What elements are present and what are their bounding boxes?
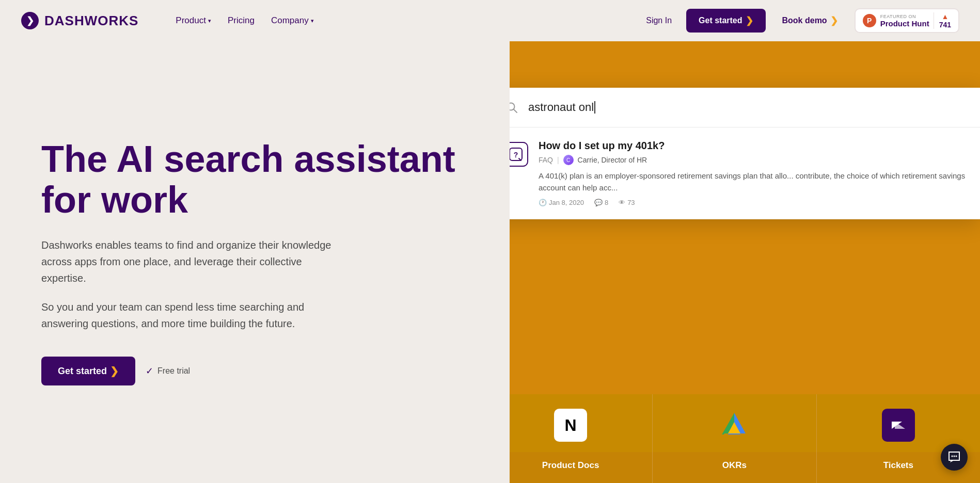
result-type-icon: ? bbox=[510, 142, 528, 167]
hero-subtext-1: Dashworks enables teams to find and orga… bbox=[41, 237, 341, 286]
free-trial-label: ✓ Free trial bbox=[146, 365, 190, 377]
checkmark-icon: ✓ bbox=[146, 365, 153, 377]
app-tile-label-okrs: OKRs bbox=[653, 452, 816, 483]
book-demo-button[interactable]: Book demo ❯ bbox=[772, 9, 848, 33]
chevron-down-icon: ▾ bbox=[311, 18, 314, 24]
hero-get-started-button[interactable]: Get started ❯ bbox=[41, 357, 135, 385]
navigation: ❯ DASHWORKS Product ▾ Pricing Company ▾ … bbox=[0, 0, 980, 41]
result-meta: FAQ | C Carrie, Director of HR bbox=[539, 155, 966, 165]
hero-left: The AI search assistant for work Dashwor… bbox=[0, 41, 510, 483]
nav-pricing[interactable]: Pricing bbox=[222, 11, 261, 30]
cursor bbox=[594, 101, 595, 114]
notion-icon: N bbox=[554, 409, 587, 442]
hero-right: astronaut onl ? How do I set up my 401k?… bbox=[510, 41, 980, 483]
app-tile-label-docs: Product Docs bbox=[510, 452, 652, 483]
hero-headline: The AI search assistant for work bbox=[41, 139, 510, 220]
zendesk-icon bbox=[882, 409, 915, 442]
ph-featured-label: FEATURED ON bbox=[880, 14, 929, 19]
svg-text:?: ? bbox=[514, 151, 518, 159]
result-comments: 💬 8 bbox=[594, 199, 608, 206]
ph-name: Product Hunt bbox=[880, 19, 929, 28]
chat-bubble-button[interactable] bbox=[941, 444, 968, 471]
svg-point-15 bbox=[954, 456, 955, 457]
product-hunt-logo: P bbox=[863, 14, 876, 27]
drive-icon bbox=[718, 409, 751, 442]
result-views: 👁 73 bbox=[619, 199, 635, 206]
comment-icon: 💬 bbox=[594, 199, 603, 206]
hero-section: The AI search assistant for work Dashwor… bbox=[0, 41, 980, 483]
app-tile-okrs[interactable]: OKRs bbox=[653, 394, 816, 483]
svg-line-3 bbox=[514, 109, 517, 112]
arrow-icon: ❯ bbox=[830, 15, 838, 26]
ph-count: 741 bbox=[939, 21, 951, 29]
svg-point-16 bbox=[956, 456, 957, 457]
search-result[interactable]: ? How do I set up my 401k? FAQ | C Carri… bbox=[510, 127, 980, 219]
eye-icon: 👁 bbox=[619, 199, 625, 206]
author-avatar: C bbox=[563, 155, 574, 165]
get-started-button[interactable]: Get started ❯ bbox=[686, 9, 765, 33]
app-tiles: N Product Docs bbox=[510, 394, 980, 483]
hero-subtext-2: So you and your team can spend less time… bbox=[41, 299, 341, 332]
svg-point-14 bbox=[952, 456, 953, 457]
author-name: Carrie, Director of HR bbox=[578, 156, 647, 164]
search-panel: astronaut onl ? How do I set up my 401k?… bbox=[510, 88, 980, 219]
result-tag: FAQ bbox=[539, 156, 553, 164]
chevron-down-icon: ▾ bbox=[208, 18, 211, 24]
logo-icon: ❯ bbox=[21, 11, 39, 30]
result-date: 🕐 Jan 8, 2020 bbox=[539, 199, 584, 206]
arrow-icon: ❯ bbox=[110, 365, 119, 377]
brand-name: DASHWORKS bbox=[44, 13, 138, 29]
upvote-icon: ▲ bbox=[941, 12, 949, 21]
nav-product[interactable]: Product ▾ bbox=[169, 11, 217, 30]
hero-cta: Get started ❯ ✓ Free trial bbox=[41, 357, 510, 385]
clock-icon: 🕐 bbox=[539, 199, 547, 206]
result-title: How do I set up my 401k? bbox=[539, 140, 966, 152]
arrow-icon: ❯ bbox=[746, 15, 753, 26]
logo-link[interactable]: ❯ DASHWORKS bbox=[21, 11, 138, 30]
nav-actions: Sign In Get started ❯ Book demo ❯ P FEAT… bbox=[638, 8, 959, 33]
nav-company[interactable]: Company ▾ bbox=[265, 11, 320, 30]
result-footer: 🕐 Jan 8, 2020 💬 8 👁 73 bbox=[539, 199, 966, 206]
svg-text:❯: ❯ bbox=[26, 15, 34, 26]
sign-in-button[interactable]: Sign In bbox=[638, 12, 680, 29]
search-query: astronaut onl bbox=[528, 101, 594, 114]
app-tile-product-docs[interactable]: N Product Docs bbox=[510, 394, 652, 483]
product-hunt-badge[interactable]: P FEATURED ON Product Hunt ▲ 741 bbox=[855, 8, 959, 33]
nav-links: Product ▾ Pricing Company ▾ bbox=[169, 11, 320, 30]
search-bar[interactable]: astronaut onl bbox=[510, 88, 980, 127]
result-description: A 401(k) plan is an employer-sponsored r… bbox=[539, 170, 966, 194]
search-icon bbox=[510, 99, 520, 116]
